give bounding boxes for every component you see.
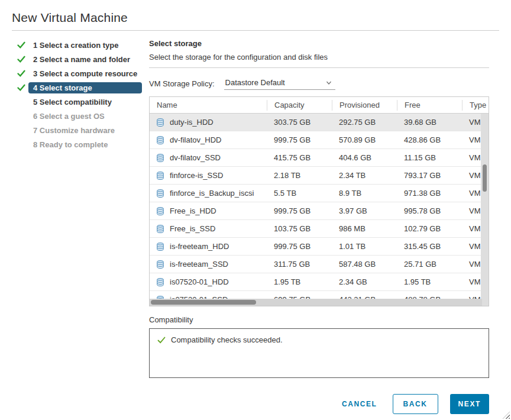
datastore-provisioned-cell: 2.34 GB xyxy=(332,277,397,286)
datastore-provisioned-cell: 2.34 TB xyxy=(332,171,397,180)
datastore-icon xyxy=(156,242,165,251)
sidebar-step-6[interactable]: 6 Select a guest OS xyxy=(12,109,142,123)
column-header-provisioned[interactable]: Provisioned xyxy=(332,100,397,111)
datastore-type-cell: VM xyxy=(462,260,481,269)
datastore-capacity-cell: 2.18 TB xyxy=(267,171,332,180)
sidebar-step-5[interactable]: 5 Select compatibility xyxy=(12,95,142,109)
horizontal-scrollbar-thumb[interactable] xyxy=(151,300,256,305)
step-label: 3 Select a compute resource xyxy=(28,68,142,79)
datastore-free-cell: 11.15 GB xyxy=(397,153,462,162)
column-header-capacity[interactable]: Capacity xyxy=(267,100,332,111)
datastore-provisioned-cell: 570.89 GB xyxy=(332,135,397,144)
datastore-row[interactable]: finforce-is_SSD2.18 TB2.34 TB793.17 GBVM xyxy=(150,167,481,185)
datastore-provisioned-cell: 404.6 GB xyxy=(332,153,397,162)
datastore-capacity-cell: 103.75 GB xyxy=(267,224,332,233)
datastore-free-cell: 971.38 GB xyxy=(397,189,462,198)
sidebar-step-7[interactable]: 7 Customize hardware xyxy=(12,123,142,137)
datastore-name-cell: finforce-is_SSD xyxy=(150,171,267,180)
column-header-name[interactable]: Name xyxy=(150,100,267,111)
vertical-scrollbar-thumb[interactable] xyxy=(483,164,487,192)
datastore-row[interactable]: is-freeteam_HDD999.75 GB1.01 TB315.45 GB… xyxy=(150,238,481,256)
datastore-free-cell: 25.71 GB xyxy=(397,260,462,269)
datastore-type-cell: VM xyxy=(462,206,481,215)
datastore-name-cell: dv-filatov_HDD xyxy=(150,135,267,145)
vm-storage-policy-select[interactable]: Datastore Default xyxy=(224,77,335,90)
datastore-row[interactable]: dv-filatov_SSD415.75 GB404.6 GB11.15 GBV… xyxy=(150,149,481,167)
datastore-capacity-cell: 5.5 TB xyxy=(267,189,332,198)
datastore-type-cell: VM xyxy=(462,171,481,180)
datastore-type-cell: VM xyxy=(462,118,481,127)
datastore-name: finforce_is_Backup_iscsi xyxy=(170,189,254,198)
chevron-down-icon xyxy=(326,80,332,86)
datastore-capacity-cell: 999.75 GB xyxy=(267,242,332,251)
datastore-free-cell: 315.45 GB xyxy=(397,242,462,251)
step-check-placeholder xyxy=(17,140,26,149)
datastore-free-cell: 793.17 GB xyxy=(397,171,462,180)
compatibility-box: Compatibility checks succeeded. xyxy=(149,328,489,378)
step-label: 6 Select a guest OS xyxy=(28,111,109,122)
sidebar-step-3[interactable]: 3 Select a compute resource xyxy=(12,66,142,80)
datastore-name: dv-filatov_HDD xyxy=(170,135,221,144)
datastore-type-cell: VM xyxy=(462,242,481,251)
datastore-icon xyxy=(156,171,165,180)
vertical-scrollbar[interactable] xyxy=(481,114,489,306)
datastore-name: is-freeteam_HDD xyxy=(170,242,229,251)
vm-storage-policy-label: VM Storage Policy: xyxy=(149,79,215,88)
datastore-type-cell: VM xyxy=(462,189,481,198)
datastore-name-cell: is-freeteam_SSD xyxy=(150,260,267,269)
datastore-capacity-cell: 999.75 GB xyxy=(267,135,332,144)
datastore-free-cell: 39.68 GB xyxy=(397,118,462,127)
datastore-free-cell: 428.86 GB xyxy=(397,135,462,144)
datastore-type-cell: VM xyxy=(462,277,481,286)
step-check-placeholder xyxy=(17,97,26,106)
column-header-free[interactable]: Free xyxy=(397,100,462,111)
sidebar-step-8[interactable]: 8 Ready to complete xyxy=(12,137,142,151)
horizontal-scrollbar[interactable] xyxy=(150,299,482,306)
step-complete-check-icon xyxy=(17,69,26,78)
dialog-header: New Virtual Machine xyxy=(0,0,511,25)
datastore-row[interactable]: dv-filatov_HDD999.75 GB570.89 GB428.86 G… xyxy=(150,131,481,149)
datastore-icon xyxy=(156,153,165,163)
datastore-table-header: Name Capacity Provisioned Free Type xyxy=(150,97,489,114)
datastore-icon xyxy=(156,206,165,216)
datastore-capacity-cell: 999.75 GB xyxy=(267,206,332,215)
sidebar-step-1[interactable]: 1 Select a creation type xyxy=(12,38,142,52)
datastore-row[interactable]: finforce_is_Backup_iscsi5.5 TB8.9 TB971.… xyxy=(150,185,481,202)
wizard-footer: CANCEL BACK NEXT xyxy=(149,394,489,414)
vm-storage-policy-value: Datastore Default xyxy=(225,78,285,87)
datastore-provisioned-cell: 292.75 GB xyxy=(332,118,397,127)
new-vm-wizard-dialog: New Virtual Machine 1 Select a creation … xyxy=(0,0,511,420)
step-complete-check-icon xyxy=(17,54,26,64)
datastore-name: dv-filatov_SSD xyxy=(170,153,221,162)
datastore-icon xyxy=(156,260,165,269)
datastore-name: Free_is_HDD xyxy=(170,206,216,215)
datastore-capacity-cell: 303.75 GB xyxy=(267,118,332,127)
datastore-free-cell: 995.78 GB xyxy=(397,206,462,215)
datastore-type-cell: VM xyxy=(462,153,481,162)
back-button[interactable]: BACK xyxy=(393,394,438,414)
datastore-name: is-freeteam_SSD xyxy=(170,260,228,269)
datastore-row[interactable]: duty-is_HDD303.75 GB292.75 GB39.68 GBVM xyxy=(150,114,481,131)
datastore-row[interactable]: is-freeteam_SSD311.75 GB587.48 GB25.71 G… xyxy=(150,256,481,273)
next-button[interactable]: NEXT xyxy=(450,394,489,414)
datastore-row[interactable]: is07520-01_HDD1.95 TB2.34 GB1.95 TBVM xyxy=(150,273,481,291)
sidebar-step-2[interactable]: 2 Select a name and folder xyxy=(12,52,142,66)
cancel-button[interactable]: CANCEL xyxy=(339,395,380,413)
success-check-icon xyxy=(157,335,166,345)
step-check-placeholder xyxy=(17,111,26,121)
datastore-name-cell: is-freeteam_HDD xyxy=(150,242,267,251)
compatibility-message: Compatibility checks succeeded. xyxy=(171,335,283,344)
step-complete-check-icon xyxy=(17,40,26,50)
datastore-row[interactable]: Free_is_HDD999.75 GB3.97 GB995.78 GBVM xyxy=(150,202,481,220)
datastore-table-body: duty-is_HDD303.75 GB292.75 GB39.68 GBVMd… xyxy=(150,114,481,300)
datastore-row[interactable]: Free_is_SSD103.75 GB986 MB102.79 GBVM xyxy=(150,220,481,238)
datastore-icon xyxy=(156,224,165,234)
sidebar-step-4[interactable]: 4 Select storage xyxy=(12,80,142,95)
datastore-name: Free_is_SSD xyxy=(170,224,215,233)
datastore-provisioned-cell: 986 MB xyxy=(332,224,397,233)
datastore-free-cell: 1.95 TB xyxy=(397,277,462,286)
datastore-provisioned-cell: 587.48 GB xyxy=(332,260,397,269)
compatibility-label: Compatibility xyxy=(149,315,489,324)
column-header-type[interactable]: Type xyxy=(462,100,489,111)
step-complete-check-icon xyxy=(17,83,26,92)
